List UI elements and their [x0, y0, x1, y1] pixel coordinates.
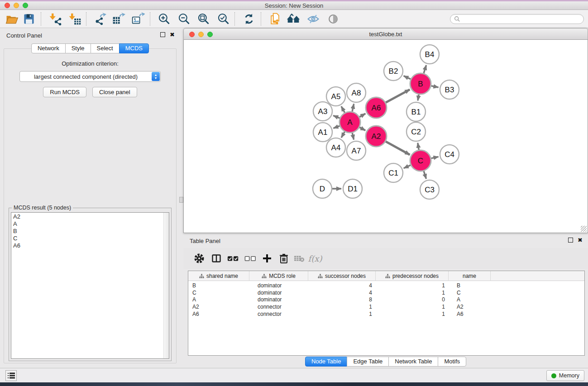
network-window-titlebar[interactable]: testGlobe.txt: [183, 28, 588, 40]
float-panel-icon[interactable]: [160, 32, 165, 37]
graph-edge-B-B2[interactable]: [404, 76, 411, 79]
table-cell[interactable]: A6: [192, 310, 253, 318]
run-mcds-button[interactable]: Run MCDS: [43, 87, 86, 97]
task-history-button[interactable]: [5, 370, 17, 381]
column-header-MCDS-role[interactable]: MCDS role: [249, 271, 308, 281]
graph-edge-A-A7[interactable]: [352, 133, 354, 139]
criterion-dropdown[interactable]: largest connected component (directed) ▲…: [19, 71, 161, 82]
graph-edge-A-A8[interactable]: [352, 104, 354, 111]
mcds-result-item[interactable]: A: [13, 220, 169, 228]
graph-edge-A-A5[interactable]: [341, 106, 345, 113]
network-graph[interactable]: B4B2BB3A5A8A6B1A3AA1C2A4A7A2C4CC1C3DD1: [184, 40, 588, 232]
tab-edge-table[interactable]: Edge Table: [347, 357, 389, 367]
table-cell[interactable]: 1: [376, 303, 445, 310]
open-file-icon[interactable]: [4, 11, 20, 27]
graph-edge-C-C4[interactable]: [431, 157, 438, 158]
graph-edge-A-A3[interactable]: [333, 115, 340, 118]
table-cell[interactable]: connector: [258, 303, 316, 310]
tab-network-table[interactable]: Network Table: [388, 357, 438, 367]
mcds-result-list[interactable]: A2ABCA6: [11, 212, 169, 359]
table-cell[interactable]: A6: [457, 310, 499, 318]
tab-node-table[interactable]: Node Table: [305, 357, 348, 367]
table-cell[interactable]: 1: [376, 289, 445, 296]
graph-edge-C-C3[interactable]: [424, 171, 426, 179]
export-network-icon[interactable]: [91, 11, 108, 27]
zoom-out-icon[interactable]: [176, 11, 192, 27]
network-canvas[interactable]: B4B2BB3A5A8A6B1A3AA1C2A4A7A2C4CC1C3DD1: [183, 40, 588, 233]
table-cell[interactable]: dominator: [258, 296, 316, 303]
table-row[interactable]: Adominator80A: [188, 296, 584, 303]
memory-button[interactable]: Memory: [546, 370, 584, 381]
mcds-result-item[interactable]: A6: [13, 242, 169, 249]
float-table-panel-icon[interactable]: [568, 238, 573, 243]
import-network-icon[interactable]: [47, 11, 63, 27]
mcds-result-item[interactable]: B: [13, 228, 169, 235]
table-cell[interactable]: C: [457, 289, 499, 296]
refresh-layout-icon[interactable]: [241, 11, 257, 27]
table-cell[interactable]: connector: [258, 310, 316, 318]
zoom-in-icon[interactable]: [156, 11, 172, 27]
table-row[interactable]: A6connector11A6: [188, 310, 584, 318]
table-cell[interactable]: C: [192, 289, 253, 296]
column-view-icon[interactable]: [210, 252, 223, 265]
import-table-icon[interactable]: [67, 11, 83, 27]
gear-icon[interactable]: [192, 252, 206, 265]
table-row[interactable]: A2connector11A2: [188, 303, 584, 310]
tab-mcds[interactable]: MCDS: [119, 43, 149, 53]
tab-network[interactable]: Network: [31, 43, 66, 53]
graph-edge-A-A6[interactable]: [359, 114, 365, 117]
table-cell[interactable]: 1: [376, 310, 445, 318]
table-row[interactable]: Bdominator41B: [188, 282, 584, 289]
table-cell[interactable]: B: [192, 282, 253, 289]
window-resize-grip[interactable]: [581, 226, 587, 232]
hide-panel-eye-icon[interactable]: [305, 11, 321, 27]
graph-edge-B-B1[interactable]: [418, 95, 419, 101]
search-box[interactable]: [450, 14, 584, 24]
table-row[interactable]: Cdominator41C: [188, 289, 584, 296]
tab-style[interactable]: Style: [65, 43, 91, 53]
tab-motifs[interactable]: Motifs: [438, 357, 466, 367]
table-cell[interactable]: dominator: [258, 282, 316, 289]
table-cell[interactable]: 4: [308, 282, 372, 289]
table-cell[interactable]: 0: [376, 296, 445, 303]
graph-edge-C-C2[interactable]: [418, 143, 419, 150]
panel-divider-handle[interactable]: [179, 197, 183, 203]
export-table-icon[interactable]: [110, 11, 127, 27]
close-panel-button[interactable]: Close panel: [92, 87, 137, 97]
add-icon[interactable]: [260, 252, 274, 265]
export-image-icon[interactable]: [130, 11, 146, 27]
graph-edge-A-A4[interactable]: [341, 132, 344, 138]
tab-select[interactable]: Select: [91, 43, 120, 53]
column-header-successor-nodes[interactable]: successor nodes: [308, 271, 376, 281]
zoom-fit-icon[interactable]: [196, 11, 212, 27]
column-header-predecessor-nodes[interactable]: predecessor nodes: [376, 271, 449, 281]
table-cell[interactable]: dominator: [258, 289, 316, 296]
column-header-name[interactable]: name: [449, 271, 491, 281]
home-icon[interactable]: [285, 11, 301, 27]
deselect-all-checkboxes-icon[interactable]: [244, 252, 257, 265]
delete-icon[interactable]: [277, 252, 291, 265]
table-cell[interactable]: A2: [457, 303, 499, 310]
mcds-result-item[interactable]: C: [13, 235, 169, 242]
table-cell[interactable]: 8: [308, 296, 372, 303]
zoom-selected-icon[interactable]: [215, 11, 232, 27]
search-input[interactable]: [460, 15, 583, 23]
bird-eye-icon[interactable]: [325, 11, 341, 27]
graph-edge-C-C1[interactable]: [404, 165, 411, 168]
graph-edge-A6-B[interactable]: [386, 90, 410, 103]
close-panel-icon[interactable]: ✖: [170, 32, 175, 37]
column-header-shared-name[interactable]: shared name: [188, 271, 249, 281]
table-cell[interactable]: B: [457, 282, 499, 289]
graph-edge-A2-C[interactable]: [386, 142, 410, 155]
graph-edge-A-A1[interactable]: [333, 126, 339, 128]
table-cell[interactable]: 1: [376, 282, 445, 289]
table-cell[interactable]: A2: [192, 303, 253, 310]
mcds-list-scrollbar[interactable]: [163, 213, 169, 358]
table-cell[interactable]: 1: [308, 310, 372, 318]
select-all-checkboxes-icon[interactable]: [226, 252, 240, 265]
table-cell[interactable]: A: [192, 296, 253, 303]
close-table-panel-icon[interactable]: ✖: [578, 238, 583, 243]
table-cell[interactable]: 1: [308, 303, 372, 310]
table-cell[interactable]: 4: [308, 289, 372, 296]
node-table[interactable]: shared nameMCDS rolesuccessor nodesprede…: [188, 271, 585, 356]
